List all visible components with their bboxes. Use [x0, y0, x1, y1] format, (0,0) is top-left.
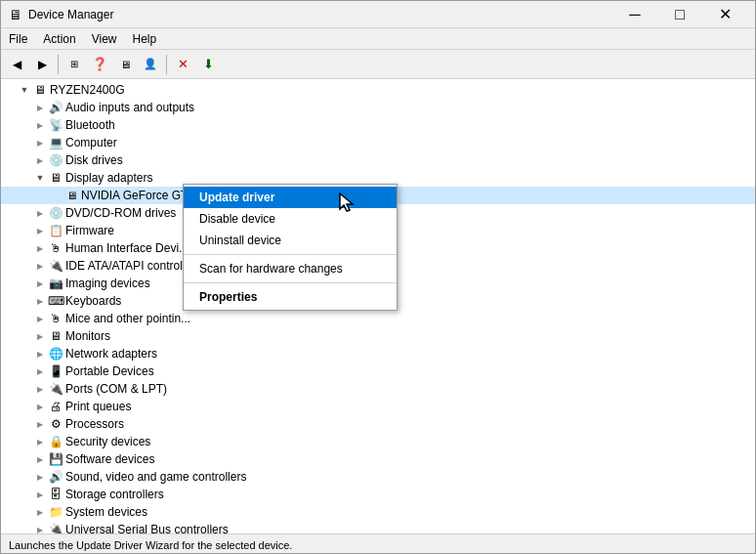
menu-action[interactable]: Action	[35, 28, 83, 49]
expand-icon: ▶	[32, 117, 48, 133]
ctx-scan-hardware[interactable]: Scan for hardware changes	[184, 258, 397, 279]
list-item[interactable]: ▶ 📱 Portable Devices	[1, 362, 755, 380]
toolbar-help[interactable]: ❓	[88, 53, 111, 76]
item-label: Processors	[65, 417, 124, 431]
ide-icon: 🔌	[48, 258, 63, 274]
system-icon: 📁	[48, 504, 63, 520]
software-icon: 💾	[48, 451, 63, 467]
item-label: IDE ATA/ATAPI controll...	[65, 259, 194, 273]
expand-icon: ▶	[32, 135, 48, 150]
toolbar-properties[interactable]: ⊞	[63, 53, 86, 76]
expand-icon: ▶	[32, 100, 48, 115]
expand-icon: ▶	[32, 258, 48, 274]
expand-icon: ▼	[32, 170, 48, 186]
status-text: Launches the Update Driver Wizard for th…	[9, 539, 292, 551]
ctx-update-driver[interactable]: Update driver	[184, 187, 397, 208]
list-item[interactable]: ▶ 🗄 Storage controllers	[1, 486, 755, 503]
expand-icon: ▶	[32, 469, 48, 485]
list-item[interactable]: ▶ 💿 Disk drives	[1, 151, 755, 169]
list-item[interactable]: ▶ 🖥 Monitors	[1, 327, 755, 345]
expand-icon: ▶	[32, 240, 48, 256]
item-label: Audio inputs and outputs	[65, 101, 194, 114]
list-item[interactable]: ▶ 🔒 Security devices	[1, 433, 755, 450]
list-item[interactable]: ▶ 📡 Bluetooth	[1, 116, 755, 134]
root-label: RYZEN2400G	[50, 83, 124, 97]
expand-icon: ▶	[32, 522, 48, 533]
hid-icon: 🖱	[48, 240, 63, 256]
item-label: Ports (COM & LPT)	[65, 382, 167, 396]
audio-icon: 🔊	[48, 100, 63, 115]
item-label: Keyboards	[65, 294, 121, 308]
dvd-icon: 💿	[48, 205, 63, 221]
toolbar-scan[interactable]: 👤	[139, 53, 162, 76]
list-item[interactable]: ▶ 💾 Software devices	[1, 450, 755, 468]
pc-icon: 💻	[48, 135, 63, 150]
list-item[interactable]: ▶ 🔌 Ports (COM & LPT)	[1, 380, 755, 398]
app-window: 🖥 Device Manager ─ □ ✕ File Action View …	[0, 0, 756, 554]
toolbar-update[interactable]: ⬇	[196, 53, 220, 76]
minimize-button[interactable]: ─	[612, 1, 657, 28]
menu-bar: File Action View Help	[1, 28, 755, 50]
item-label: Human Interface Devi...	[65, 241, 189, 255]
ctx-disable-device[interactable]: Disable device	[184, 208, 397, 230]
expand-icon: ▶	[32, 328, 48, 344]
toolbar-forward[interactable]: ▶	[30, 53, 54, 76]
list-item[interactable]: ▶ 📁 System devices	[1, 503, 755, 521]
list-item[interactable]: ▶ 💻 Computer	[1, 134, 755, 151]
ctx-separator-2	[184, 282, 397, 283]
toolbar-display[interactable]: 🖥	[113, 53, 137, 76]
disk-icon: 💿	[48, 152, 63, 168]
menu-help[interactable]: Help	[125, 28, 165, 49]
item-label: Print queues	[65, 400, 131, 413]
ctx-uninstall-device[interactable]: Uninstall device	[184, 230, 397, 251]
expand-icon: ▶	[32, 152, 48, 168]
network-icon: 🌐	[48, 346, 63, 362]
computer-icon: 🖥	[32, 82, 48, 98]
item-label: System devices	[65, 505, 147, 519]
maximize-button[interactable]: □	[657, 1, 702, 28]
context-menu: Update driver Disable device Uninstall d…	[183, 184, 398, 311]
title-bar: 🖥 Device Manager ─ □ ✕	[1, 1, 755, 28]
main-area: ▼ 🖥 RYZEN2400G ▶ 🔊 Audio inputs and outp…	[1, 79, 755, 533]
expand-icon: ▶	[32, 487, 48, 502]
display-icon: 🖥	[48, 170, 63, 186]
list-item[interactable]: ▶ ⚙ Processors	[1, 415, 755, 433]
list-item[interactable]: ▶ 🌐 Network adapters	[1, 345, 755, 362]
firmware-icon: 📋	[48, 223, 63, 238]
menu-file[interactable]: File	[1, 28, 35, 49]
expand-icon: ▶	[32, 399, 48, 414]
ctx-properties[interactable]: Properties	[184, 286, 397, 308]
expand-icon: ▶	[32, 434, 48, 449]
bluetooth-icon: 📡	[48, 117, 63, 133]
sound-icon: 🔊	[48, 469, 63, 485]
list-item[interactable]: ▶ 🔊 Sound, video and game controllers	[1, 468, 755, 486]
portable-icon: 📱	[48, 363, 63, 379]
expand-icon: ▶	[32, 276, 48, 291]
expand-icon: ▶	[32, 363, 48, 379]
expand-icon: ▶	[32, 416, 48, 432]
root-toggle: ▼	[17, 82, 32, 98]
ctx-separator-1	[184, 254, 397, 255]
storage-icon: 🗄	[48, 487, 63, 502]
toolbar-uninstall[interactable]: ✕	[171, 53, 194, 76]
item-label: Display adapters	[65, 171, 152, 185]
expand-icon: ▶	[32, 381, 48, 397]
item-label: Mice and other pointin...	[65, 312, 190, 325]
toolbar-back[interactable]: ◀	[5, 53, 28, 76]
list-item[interactable]: ▶ 🖱 Mice and other pointin...	[1, 310, 755, 327]
mouse-icon: 🖱	[48, 311, 63, 326]
toolbar: ◀ ▶ ⊞ ❓ 🖥 👤 ✕ ⬇	[1, 50, 755, 79]
menu-view[interactable]: View	[84, 28, 125, 49]
keyboard-icon: ⌨	[48, 293, 63, 309]
list-item[interactable]: ▶ 🖨 Print queues	[1, 398, 755, 415]
list-item[interactable]: ▶ 🔌 Universal Serial Bus controllers	[1, 521, 755, 533]
close-button[interactable]: ✕	[702, 1, 747, 28]
item-label: Computer	[65, 136, 117, 149]
list-item[interactable]: ▶ 🔊 Audio inputs and outputs	[1, 99, 755, 116]
item-label: Bluetooth	[65, 118, 115, 132]
window-title: Device Manager	[28, 8, 113, 21]
item-label: Monitors	[65, 329, 110, 343]
tree-root[interactable]: ▼ 🖥 RYZEN2400G	[1, 81, 755, 99]
expand-icon: ▶	[32, 205, 48, 221]
item-label: Firmware	[65, 224, 114, 237]
